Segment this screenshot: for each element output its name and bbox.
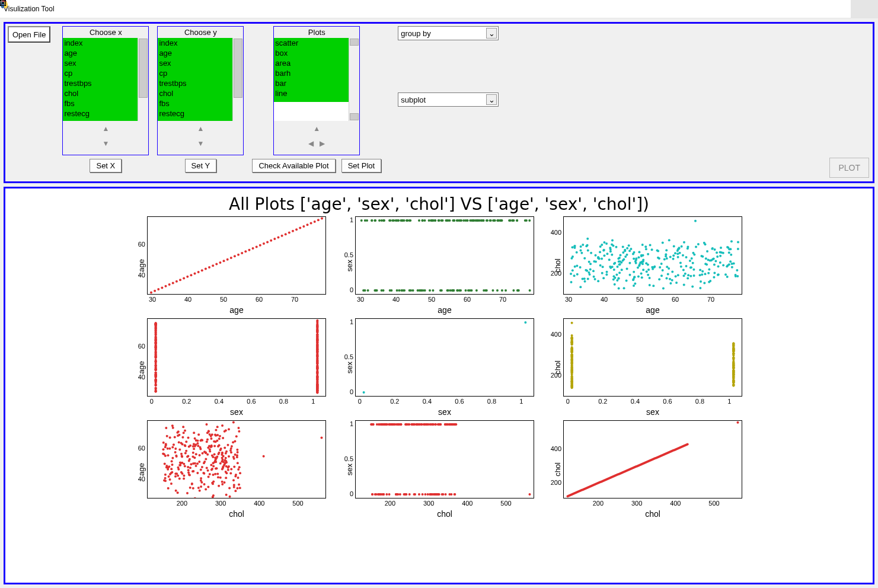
svg-point-11	[172, 282, 174, 284]
arrow-left-icon[interactable]: ◀	[308, 139, 314, 148]
list-item[interactable]: index	[64, 38, 136, 48]
plot-button[interactable]: PLOT	[829, 158, 869, 178]
svg-point-477	[570, 273, 572, 275]
svg-point-1235	[237, 468, 240, 471]
choose-x-listbox[interactable]: indexagesexcptrestbpscholfbsrestecg	[63, 38, 138, 121]
list-item[interactable]: barh	[275, 68, 347, 78]
list-item[interactable]: box	[275, 48, 347, 58]
svg-point-1335	[164, 477, 167, 480]
x-tick-label: 0.6	[455, 398, 464, 405]
choose-y-vscroll[interactable]	[232, 38, 243, 121]
set-plot-button[interactable]: Set Plot	[341, 159, 382, 172]
x-tick-label: 40	[184, 296, 191, 303]
svg-point-1516	[423, 423, 425, 426]
svg-point-1431	[422, 493, 424, 496]
svg-point-137	[364, 219, 366, 222]
svg-point-390	[615, 246, 617, 248]
svg-point-513	[694, 220, 697, 222]
svg-point-426	[597, 256, 599, 258]
arrow-up-icon[interactable]: ▲	[197, 124, 204, 133]
list-item[interactable]: bar	[275, 78, 347, 88]
list-item[interactable]: age	[159, 48, 231, 58]
svg-point-35	[259, 244, 261, 247]
list-item[interactable]: sex	[64, 58, 136, 68]
svg-point-1192	[194, 497, 196, 498]
set-x-button[interactable]: Set X	[90, 159, 122, 172]
svg-point-407	[620, 261, 622, 264]
list-item[interactable]: fbs	[64, 98, 136, 108]
svg-point-449	[595, 260, 597, 263]
svg-point-797	[316, 375, 318, 378]
choose-y-frame: Choose y indexagesexcptrestbpscholfbsres…	[157, 26, 244, 155]
arrow-down-icon[interactable]: ▼	[102, 139, 109, 148]
list-item[interactable]: fbs	[159, 98, 231, 108]
svg-point-455	[726, 246, 729, 248]
svg-point-21	[208, 266, 210, 269]
list-item[interactable]: trestbps	[64, 78, 136, 88]
check-available-plot-button[interactable]: Check Available Plot	[252, 159, 335, 172]
minimize-button[interactable]	[796, 0, 823, 18]
svg-point-800	[316, 389, 318, 392]
svg-point-173	[440, 219, 442, 222]
list-item[interactable]: restecg	[64, 108, 136, 119]
arrow-right-icon[interactable]: ▶	[320, 139, 325, 148]
arrow-up-icon[interactable]: ▲	[102, 124, 109, 133]
svg-point-1308	[192, 452, 194, 454]
svg-point-1281	[225, 477, 227, 479]
svg-point-336	[705, 257, 707, 260]
svg-point-52	[321, 218, 323, 220]
svg-point-410	[611, 239, 614, 241]
list-item[interactable]: trestbps	[159, 78, 231, 88]
svg-point-807	[316, 378, 318, 381]
svg-point-1051	[732, 363, 735, 366]
group-by-select[interactable]: group by ⌄	[398, 26, 499, 40]
arrow-up-icon[interactable]: ▲	[313, 124, 320, 133]
list-item[interactable]: scatter	[275, 38, 347, 48]
svg-point-46	[299, 227, 301, 229]
svg-point-1056	[571, 322, 573, 324]
subplot-select[interactable]: subplot ⌄	[398, 92, 499, 107]
svg-point-158	[516, 289, 519, 292]
plots-vscroll[interactable]	[349, 38, 359, 121]
window-title: Visulization Tool	[4, 5, 796, 13]
open-file-button[interactable]: Open File	[8, 26, 50, 43]
close-button[interactable]	[851, 0, 878, 18]
svg-point-1354	[195, 439, 197, 442]
svg-point-370	[612, 275, 615, 277]
svg-point-1490	[419, 423, 421, 426]
y-tick-label: 0	[350, 490, 353, 497]
svg-point-492	[599, 251, 601, 253]
list-item[interactable]: chol	[159, 88, 231, 98]
svg-point-1513	[395, 493, 397, 496]
svg-point-1447	[424, 493, 426, 496]
svg-point-509	[615, 273, 618, 276]
list-item[interactable]: age	[64, 48, 136, 58]
svg-point-605	[155, 384, 157, 386]
list-item[interactable]: sex	[159, 58, 231, 68]
plots-listbox[interactable]: scatterboxareabarhbarline	[274, 38, 349, 102]
arrow-down-icon[interactable]: ▼	[197, 139, 204, 148]
choose-y-listbox[interactable]: indexagesexcptrestbpscholfbsrestecg	[158, 38, 232, 121]
list-item[interactable]: cp	[159, 68, 231, 78]
svg-point-309	[682, 254, 684, 257]
choose-x-vscroll[interactable]	[138, 38, 148, 121]
svg-point-798	[316, 346, 318, 348]
svg-point-423	[681, 245, 683, 248]
svg-point-506	[656, 249, 659, 251]
list-item[interactable]: area	[275, 58, 347, 68]
svg-point-1145	[165, 443, 167, 445]
list-item[interactable]: line	[275, 88, 347, 98]
set-y-button[interactable]: Set Y	[185, 159, 217, 172]
list-item[interactable]: cp	[64, 68, 136, 78]
list-item[interactable]: restecg	[159, 108, 231, 119]
list-item[interactable]: index	[159, 38, 231, 48]
svg-point-24	[219, 261, 221, 264]
svg-point-1178	[193, 448, 195, 450]
svg-point-1140	[167, 448, 169, 450]
svg-point-1289	[234, 490, 237, 492]
svg-point-241	[736, 269, 738, 271]
maximize-button[interactable]	[823, 0, 851, 18]
list-item[interactable]: chol	[64, 88, 136, 98]
svg-point-467	[614, 283, 616, 286]
svg-point-402	[665, 253, 667, 255]
